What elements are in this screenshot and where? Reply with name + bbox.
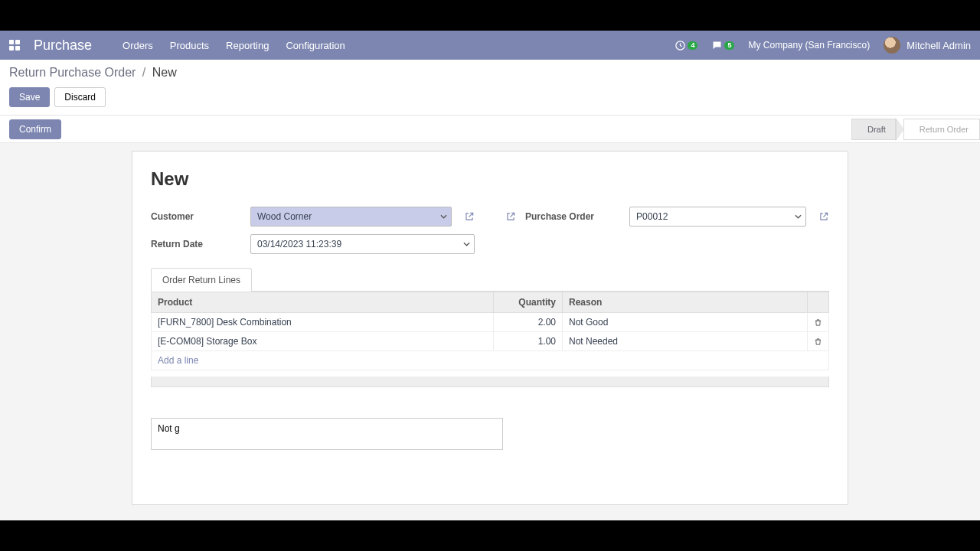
chat-icon [711,40,723,51]
return-date-select[interactable]: 03/14/2023 11:23:39 [250,234,475,254]
clock-icon [675,40,686,51]
avatar [884,37,900,54]
add-line-row[interactable]: Add a line [152,351,829,370]
discuss-indicator[interactable]: 5 [711,40,734,51]
discard-button[interactable]: Discard [54,87,106,107]
table-row[interactable]: [FURN_7800] Desk Combination 2.00 Not Go… [152,313,829,332]
company-selector[interactable]: My Company (San Francisco) [748,40,870,51]
customer-select[interactable]: Wood Corner [250,207,452,227]
discuss-badge: 5 [724,41,734,50]
table-row[interactable]: [E-COM08] Storage Box 1.00 Not Needed [152,332,829,351]
notes-field: Not g [151,418,829,452]
field-customer: Customer Wood Corner [151,207,475,227]
row-delete[interactable] [808,332,829,351]
status-steps: Draft Return Order [851,116,980,142]
col-quantity: Quantity [494,292,563,313]
status-return-order[interactable]: Return Order [903,119,980,140]
cell-reason[interactable]: Not Needed [563,332,808,351]
nav-item-reporting[interactable]: Reporting [226,40,269,51]
form-sheet: New Customer Wood Corner [132,151,848,505]
status-draft[interactable]: Draft [851,119,897,140]
nav-item-products[interactable]: Products [170,40,209,51]
page-title: New [151,168,829,190]
nav-menu: Orders Products Reporting Configuration [122,40,345,51]
cell-product[interactable]: [E-COM08] Storage Box [152,332,494,351]
po-select[interactable]: P00012 [629,207,806,227]
customer-external-link[interactable] [464,211,475,222]
return-date-value: 03/14/2023 11:23:39 [257,239,341,249]
col-product: Product [152,292,494,313]
breadcrumb-current: New [152,66,177,79]
trash-icon [814,318,822,327]
po-label: Purchase Order [525,211,594,222]
po-value: P00012 [636,211,668,222]
po-external-link[interactable] [818,211,829,222]
notes-textarea[interactable]: Not g [151,418,503,450]
apps-icon[interactable] [9,40,20,51]
status-bar: Confirm Draft Return Order [0,116,980,143]
action-buttons: Save Discard [0,84,980,116]
cell-qty[interactable]: 1.00 [494,332,563,351]
customer-label: Customer [151,211,243,222]
customer-value: Wood Corner [257,211,312,222]
return-date-label: Return Date [151,239,243,249]
tabs: Order Return Lines [151,268,829,292]
confirm-button[interactable]: Confirm [9,119,61,139]
nav-item-configuration[interactable]: Configuration [286,40,345,51]
field-return-date: Return Date 03/14/2023 11:23:39 [151,234,475,254]
col-actions [808,292,829,313]
navbar: Purchase Orders Products Reporting Confi… [0,31,980,60]
user-name: Mitchell Admin [906,40,971,51]
nav-item-orders[interactable]: Orders [122,40,153,51]
breadcrumb-bar: Return Purchase Order / New [0,60,980,84]
add-line-label[interactable]: Add a line [152,351,829,370]
tab-order-return-lines[interactable]: Order Return Lines [151,268,252,292]
cell-product[interactable]: [FURN_7800] Desk Combination [152,313,494,332]
breadcrumb-parent[interactable]: Return Purchase Order [9,66,136,79]
app-brand[interactable]: Purchase [34,37,92,54]
trash-icon [814,337,822,346]
activity-badge: 4 [688,41,697,50]
return-lines-table: Product Quantity Reason [FURN_7800] Desk… [151,292,829,370]
activity-indicator[interactable]: 4 [675,40,697,51]
cell-reason[interactable]: Not Good [563,313,808,332]
external-link-icon [818,211,829,222]
cell-qty[interactable]: 2.00 [494,313,563,332]
save-button[interactable]: Save [9,87,50,107]
external-link-icon [505,211,516,222]
row-delete[interactable] [808,313,829,332]
form-surface: New Customer Wood Corner [0,143,980,520]
external-link-icon [464,211,475,222]
user-menu[interactable]: Mitchell Admin [884,37,971,54]
po-leading-external-link[interactable] [505,211,516,222]
breadcrumb: Return Purchase Order / New [9,66,971,80]
field-purchase-order: Purchase Order P00012 [505,207,829,227]
breadcrumb-separator: / [142,66,145,79]
col-reason: Reason [563,292,808,313]
table-footer-spacer [151,377,829,387]
